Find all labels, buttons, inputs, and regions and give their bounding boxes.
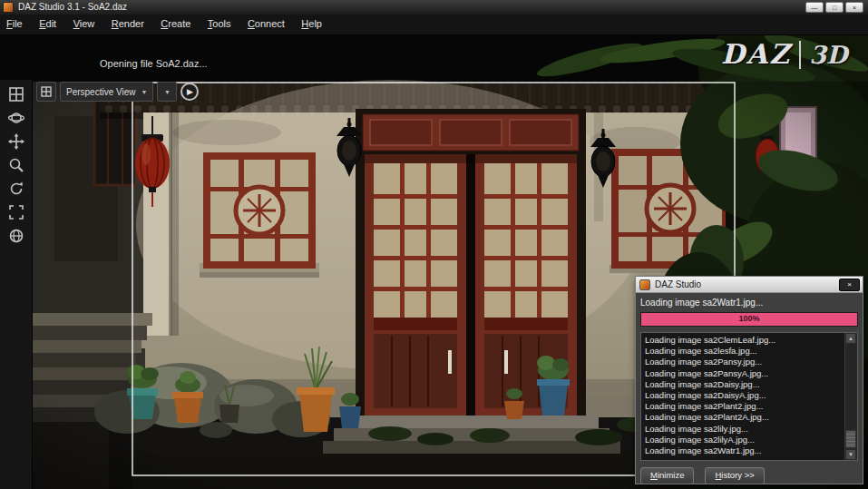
dialog-close-button[interactable]: ×	[839, 279, 860, 291]
window-maximize-button[interactable]: □	[825, 2, 844, 13]
log-line: Loading image sa2lilyA.jpg...	[645, 435, 843, 445]
scroll-up-icon[interactable]: ▲	[845, 333, 856, 344]
menu-file[interactable]: File	[0, 15, 29, 29]
log-line: Loading image sa2Watr1.jpg...	[645, 445, 843, 456]
panes-icon	[41, 86, 52, 97]
progress-dialog: DAZ Studio × Loading image sa2Watr1.jpg.…	[635, 276, 863, 484]
menu-create[interactable]: Create	[154, 15, 197, 29]
minimize-button[interactable]: Minimize	[640, 467, 694, 484]
log-line: Loading image sa2lesfa.jpg...	[645, 346, 843, 357]
menu-bar: File Edit View Render Create Tools Conne…	[0, 15, 868, 35]
rotate-camera-icon[interactable]	[7, 180, 25, 198]
logo-daz-text: DAZ	[721, 38, 791, 70]
dialog-titlebar[interactable]: DAZ Studio ×	[636, 277, 863, 293]
progress-bar: 100%	[640, 312, 858, 327]
window-minimize-button[interactable]: —	[805, 2, 824, 13]
view-selector-label: Perspective View	[66, 87, 136, 97]
viewport-layout-icon[interactable]	[7, 85, 25, 103]
log-line: Loading image sa2Plant2.jpg...	[645, 401, 843, 412]
scene-globe-icon[interactable]	[7, 227, 25, 245]
log-scrollbar[interactable]: ▲ ▼	[844, 333, 857, 460]
pan-camera-icon[interactable]	[7, 132, 25, 151]
zoom-camera-icon[interactable]	[7, 156, 25, 174]
menu-render[interactable]: Render	[105, 15, 151, 29]
log-line: Loading image sa2DaisyA.jpg...	[645, 390, 843, 401]
view-selector-dropdown[interactable]: Perspective View ▼	[60, 82, 153, 102]
log-line: Loading image sa2Daisy.jpg...	[645, 379, 843, 390]
history-button[interactable]: History >>	[705, 467, 764, 484]
daz3d-logo: DAZ 3D	[721, 38, 847, 70]
viewport-toolbar: Perspective View ▼ ▼ ▶	[36, 82, 199, 102]
frame-view-icon[interactable]	[7, 203, 25, 221]
menu-connect[interactable]: Connect	[241, 15, 291, 29]
orbit-camera-icon[interactable]	[7, 109, 25, 127]
viewport-panes-button[interactable]	[36, 82, 56, 102]
window-title: DAZ Studio 3.1 - SoA2.daz	[18, 0, 127, 15]
next-view-button[interactable]: ▶	[180, 83, 199, 101]
viewport-tool-dock	[0, 80, 33, 489]
chevron-down-icon: ▼	[141, 89, 148, 95]
daz-app-icon	[3, 2, 14, 13]
daz-app-icon	[639, 279, 650, 290]
progress-percent: 100%	[641, 314, 857, 323]
menu-tools[interactable]: Tools	[201, 15, 238, 29]
chevron-down-icon: ▼	[164, 89, 171, 95]
menu-help[interactable]: Help	[295, 15, 328, 29]
window-titlebar[interactable]: DAZ Studio 3.1 - SoA2.daz — □ ×	[0, 0, 868, 15]
log-line: Loading image sa2ClemLeaf.jpg...	[645, 335, 843, 346]
scroll-down-icon[interactable]: ▼	[845, 449, 856, 460]
logo-3d-text: 3D	[799, 41, 847, 69]
dialog-status-text: Loading image sa2Watr1.jpg...	[640, 298, 858, 308]
opening-file-status: Opening file SoA2.daz...	[100, 58, 208, 69]
camera-options-dropdown[interactable]: ▼	[157, 82, 177, 102]
scrollbar-thumb[interactable]	[845, 430, 856, 448]
window-close-button[interactable]: ×	[845, 2, 863, 13]
dialog-title: DAZ Studio	[655, 279, 701, 289]
log-line: Loading image sa2lily.jpg...	[645, 424, 843, 435]
log-line: Loading image sa2Plant2A.jpg...	[645, 412, 843, 423]
menu-edit[interactable]: Edit	[33, 15, 63, 29]
loading-log-box: Loading image sa2ClemLeaf.jpg... Loading…	[640, 332, 858, 461]
menu-view[interactable]: View	[67, 15, 102, 29]
log-line: Loading image sa2PansyA.jpg...	[645, 368, 843, 379]
log-line: Loading image sa2Pansy.jpg...	[645, 357, 843, 367]
